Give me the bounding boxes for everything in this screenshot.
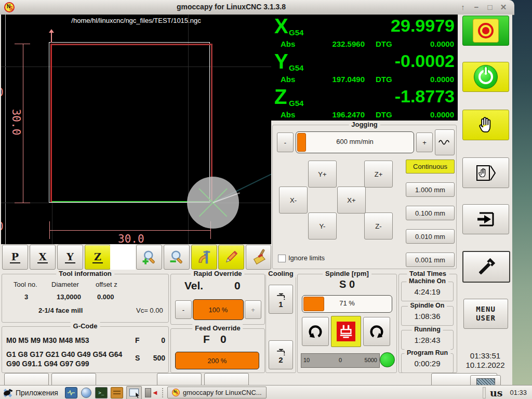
vel-label: Vel.	[184, 280, 203, 292]
increment-continuous-button[interactable]: Continuous	[406, 159, 455, 174]
view-z-button[interactable]: Z	[85, 245, 111, 270]
taskbar-task-button[interactable]: N S gmoccapy for LinuxCNC...	[167, 387, 267, 398]
jog-z-plus-label: Z+	[375, 170, 383, 178]
dim-label-vertical: 30.0	[10, 109, 22, 136]
jog-y-minus-button[interactable]: Y-	[308, 212, 337, 240]
view-y-button[interactable]: Y	[57, 245, 83, 270]
minus-label: -	[284, 139, 286, 147]
taskbar-clock: 01:33	[510, 389, 527, 396]
offset-z-header: offset z	[96, 281, 117, 288]
dim-tick-left	[49, 221, 50, 239]
task-title: gmoccapy for LinuxCNC...	[183, 389, 262, 396]
draw-path-button[interactable]	[218, 245, 244, 270]
mist-label: 1	[278, 300, 283, 309]
rapid-minus-label: -	[182, 306, 184, 314]
jog-z-minus-button[interactable]: Z-	[364, 212, 393, 240]
machine-on-value: 4:24:19	[402, 287, 453, 296]
jog-z-plus-button[interactable]: Z+	[364, 161, 393, 188]
ignore-limits-checkbox[interactable]	[278, 255, 286, 262]
rapid-plus-label: +	[251, 306, 255, 314]
dro-x-letter: X	[274, 16, 288, 36]
caliper-icon	[196, 249, 212, 265]
dro-row-x[interactable]: X G54 29.9979 Abs 232.5960 DTG 0.0000	[271, 15, 458, 50]
wave-icon	[438, 139, 451, 146]
s-value: 500	[143, 354, 165, 362]
spindle-frame: Spindle [rpm] S 0 71 % 10 0 5000	[297, 274, 397, 373]
mist-button[interactable]: 1	[269, 285, 293, 314]
shade-button[interactable]: ↑	[457, 2, 469, 12]
estop-button[interactable]	[462, 16, 509, 46]
tool-no-value: 3	[24, 293, 28, 301]
flood-button[interactable]: 2	[269, 340, 293, 369]
increment-001mm-button[interactable]: 0.010 mm	[406, 229, 455, 244]
toolbar-blank-area	[110, 244, 136, 270]
applications-menu-label[interactable]: Приложения	[16, 389, 58, 397]
clock-time: 01:33:51	[459, 351, 512, 360]
settings-button[interactable]	[462, 251, 510, 283]
file-manager-icon[interactable]	[111, 387, 123, 398]
close-button[interactable]: ✕	[498, 2, 509, 12]
increment-01mm-button[interactable]: 0.100 mm	[406, 206, 455, 220]
jogging-title: Jogging	[349, 121, 380, 128]
programmed-path-rect	[49, 42, 210, 203]
increment-0001mm-button[interactable]: 0.001 mm	[406, 252, 455, 267]
user-menu-button[interactable]: MENU USER	[463, 299, 508, 329]
applications-menu-icon[interactable]	[2, 388, 14, 398]
view-x-button[interactable]: X	[30, 245, 56, 270]
spindle-at-speed-led	[380, 352, 395, 367]
rapid-minus-button[interactable]: -	[175, 300, 192, 319]
jog-x-minus-button[interactable]: X-	[279, 187, 308, 214]
jog-speed-minus-button[interactable]: -	[277, 132, 294, 152]
logout-icon[interactable]: ◄	[145, 388, 158, 398]
dro-y-dtg-label: DTG	[376, 75, 392, 84]
spindle-cw-button[interactable]	[363, 317, 390, 346]
wrench-icon	[476, 257, 497, 277]
grid-line-v2	[52, 203, 52, 244]
turbo-jog-button[interactable]	[435, 129, 455, 155]
program-run-value: 0:00:29	[402, 359, 453, 368]
rapid-override-frame: Rapid Override Vel. 0 - 100 % +	[170, 274, 265, 325]
jog-speed-plus-button[interactable]: +	[416, 132, 433, 152]
dro-row-y[interactable]: Y G54 -0.0002 Abs 197.0490 DTG 0.0000	[271, 50, 458, 85]
rapid-override-bar[interactable]: 100 %	[193, 299, 244, 320]
jog-speed-slider[interactable]: 600 mm/min	[296, 131, 414, 153]
gcode-preview-canvas[interactable]: /home/hl/linuxcnc/ngc_files/TEST/1015.ng…	[1, 15, 271, 244]
dimensions-button[interactable]	[191, 245, 217, 270]
clipped-zero-top: 0	[1, 86, 4, 99]
spindle-on-label: Spindle On	[408, 302, 447, 309]
keyboard-layout-indicator[interactable]: us	[483, 387, 503, 398]
spindle-ccw-button[interactable]	[302, 317, 329, 346]
manual-mode-button[interactable]	[462, 110, 509, 140]
dro-row-z[interactable]: Z G54 -1.8773 Abs 196.2470 DTG 0.0000	[271, 85, 458, 121]
dro-x-abs-label: Abs	[281, 39, 295, 48]
system-monitor-icon[interactable]	[65, 387, 77, 398]
jog-z-minus-label: Z-	[375, 222, 381, 230]
minimize-button[interactable]: −	[471, 2, 482, 12]
machine-on-button[interactable]	[462, 62, 509, 92]
mdi-mode-button[interactable]	[462, 157, 509, 188]
window-titlebar[interactable]: N S gmoccapy for LinuxCNC 3.1.3.8 ↑ − □ …	[0, 0, 514, 15]
maximize-button[interactable]: □	[484, 2, 496, 12]
spindle-override-slider[interactable]: 71 %	[302, 295, 392, 313]
program-run-label: Program Run	[404, 349, 450, 356]
jog-y-plus-button[interactable]: Y+	[308, 161, 337, 188]
web-browser-icon[interactable]	[81, 388, 92, 398]
increment-1mm-button[interactable]: 1.000 mm	[406, 182, 455, 197]
view-p-label: P	[10, 251, 20, 263]
executed-path-left	[50, 44, 52, 202]
spindle-stop-button[interactable]	[331, 316, 361, 347]
clear-plot-button[interactable]	[246, 245, 271, 270]
jog-x-plus-button[interactable]: X+	[337, 187, 366, 214]
zoom-in-button[interactable]	[136, 245, 162, 270]
rapid-plus-button[interactable]: +	[245, 300, 261, 319]
spindle-on-value: 1:08:36	[402, 312, 453, 321]
desktop-pager-icon[interactable]	[126, 386, 142, 399]
terminal-icon[interactable]: >_	[95, 387, 108, 398]
machine-limit-line	[5, 15, 6, 244]
tool-info-frame: Tool information Tool no. Diameter offse…	[2, 274, 169, 323]
feed-override-bar[interactable]: 200 %	[175, 352, 259, 369]
feed-override-frame: Feed Override F 0 200 %	[170, 328, 265, 373]
auto-mode-button[interactable]	[462, 204, 509, 234]
view-p-button[interactable]: P	[2, 245, 28, 270]
zoom-out-button[interactable]	[164, 245, 190, 270]
